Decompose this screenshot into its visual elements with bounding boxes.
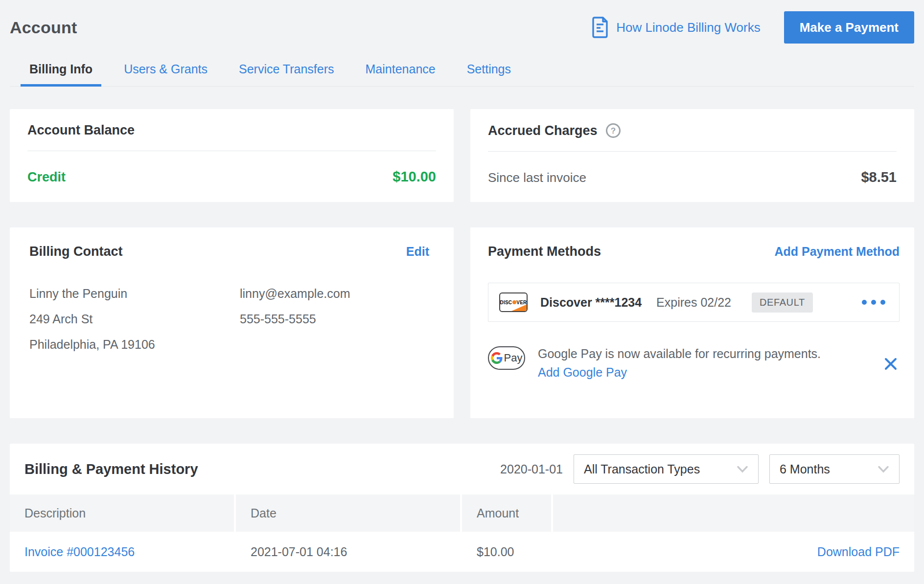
google-pay-icon: Pay xyxy=(488,346,525,370)
close-icon[interactable] xyxy=(882,355,900,375)
tab-maintenance[interactable]: Maintenance xyxy=(357,61,444,86)
date-range-value: 6 Months xyxy=(780,462,830,476)
account-page: Account How Linode Billing Works Make a … xyxy=(0,0,924,572)
contact-phone: 555-555-5555 xyxy=(240,312,350,326)
svg-text:?: ? xyxy=(610,126,615,135)
accrued-charges-title: Accrued Charges xyxy=(488,123,598,138)
invoice-date: 2021-07-01 04:16 xyxy=(236,545,460,559)
how-billing-works-label: How Linode Billing Works xyxy=(616,20,760,35)
page-title: Account xyxy=(10,18,77,37)
transaction-type-select[interactable]: All Transaction Types xyxy=(574,454,759,484)
contact-city-state-zip: Philadelphia, PA 19106 xyxy=(29,337,240,352)
make-payment-button[interactable]: Make a Payment xyxy=(784,11,914,44)
google-pay-message: Google Pay is now available for recurrin… xyxy=(538,346,821,361)
discover-card-icon: DISCVER xyxy=(499,292,528,312)
balance-status-label: Credit xyxy=(27,170,66,185)
contact-name: Linny the Penguin xyxy=(29,287,240,301)
invoice-amount: $10.00 xyxy=(462,545,551,559)
billing-history-section: Billing & Payment History 2020-01-01 All… xyxy=(10,444,914,572)
invoice-link[interactable]: Invoice #000123456 xyxy=(24,545,135,559)
discover-logo-text-left: DISC xyxy=(500,300,512,305)
billing-contact-title: Billing Contact xyxy=(29,244,123,259)
accrued-charges-card: Accrued Charges ? Since last invoice $8.… xyxy=(470,109,914,202)
accrued-period-label: Since last invoice xyxy=(488,170,586,185)
chevron-down-icon xyxy=(878,466,889,473)
payment-method-row: DISCVER Discover ****1234 Expires 02/22 … xyxy=(488,283,900,322)
contact-street: 249 Arch St xyxy=(29,312,240,326)
table-row: Invoice #000123456 2021-07-01 04:16 $10.… xyxy=(10,532,914,572)
history-table-header: Description Date Amount xyxy=(10,494,914,532)
column-description: Description xyxy=(10,494,234,532)
column-date: Date xyxy=(236,494,460,532)
header-actions: How Linode Billing Works Make a Payment xyxy=(591,11,914,44)
payment-method-label: Discover ****1234 xyxy=(540,295,642,310)
edit-billing-contact-link[interactable]: Edit xyxy=(406,245,429,259)
discover-logo-dot xyxy=(512,300,516,304)
tab-settings[interactable]: Settings xyxy=(458,61,520,86)
billing-contact-card: Billing Contact Edit Linny the Penguin 2… xyxy=(10,227,454,418)
add-google-pay-link[interactable]: Add Google Pay xyxy=(538,365,627,380)
download-pdf-link[interactable]: Download PDF xyxy=(817,545,900,559)
google-pay-banner: Pay Google Pay is now available for recu… xyxy=(488,346,900,380)
summary-cards-row: Account Balance Credit $10.00 Accrued Ch… xyxy=(10,109,914,202)
tab-users-grants[interactable]: Users & Grants xyxy=(115,61,216,86)
how-billing-works-link[interactable]: How Linode Billing Works xyxy=(591,17,760,38)
payment-methods-title: Payment Methods xyxy=(488,244,601,259)
tab-service-transfers[interactable]: Service Transfers xyxy=(230,61,343,86)
column-amount: Amount xyxy=(462,494,551,532)
tab-billing-info[interactable]: Billing Info xyxy=(21,61,101,86)
transaction-type-value: All Transaction Types xyxy=(584,462,700,476)
account-tabs: Billing Info Users & Grants Service Tran… xyxy=(10,61,914,87)
page-header: Account How Linode Billing Works Make a … xyxy=(10,0,914,46)
billing-docs-icon xyxy=(591,17,609,38)
history-date-filter: 2020-01-01 xyxy=(500,462,563,476)
add-payment-method-link[interactable]: Add Payment Method xyxy=(774,245,900,259)
divider xyxy=(488,151,897,152)
balance-amount: $10.00 xyxy=(393,169,436,185)
accrued-amount: $8.51 xyxy=(861,169,897,185)
default-badge: DEFAULT xyxy=(752,292,813,313)
contact-email: linny@example.com xyxy=(240,287,350,301)
date-range-select[interactable]: 6 Months xyxy=(769,454,900,484)
column-actions xyxy=(553,494,914,532)
google-g-icon xyxy=(491,352,503,364)
billing-history-title: Billing & Payment History xyxy=(24,461,198,477)
gpay-logo-label: Pay xyxy=(504,352,523,364)
discover-logo-text-right: VER xyxy=(516,300,527,305)
help-icon[interactable]: ? xyxy=(605,123,621,138)
detail-cards-row: Billing Contact Edit Linny the Penguin 2… xyxy=(10,227,914,418)
chevron-down-icon xyxy=(737,466,748,473)
payment-method-actions-menu[interactable] xyxy=(861,296,886,309)
account-balance-card: Account Balance Credit $10.00 xyxy=(10,109,454,202)
divider xyxy=(27,151,436,151)
payment-method-expiry: Expires 02/22 xyxy=(656,295,731,310)
payment-methods-card: Payment Methods Add Payment Method DISCV… xyxy=(470,227,914,418)
discover-logo-swoosh xyxy=(510,304,527,312)
account-balance-title: Account Balance xyxy=(27,123,436,138)
